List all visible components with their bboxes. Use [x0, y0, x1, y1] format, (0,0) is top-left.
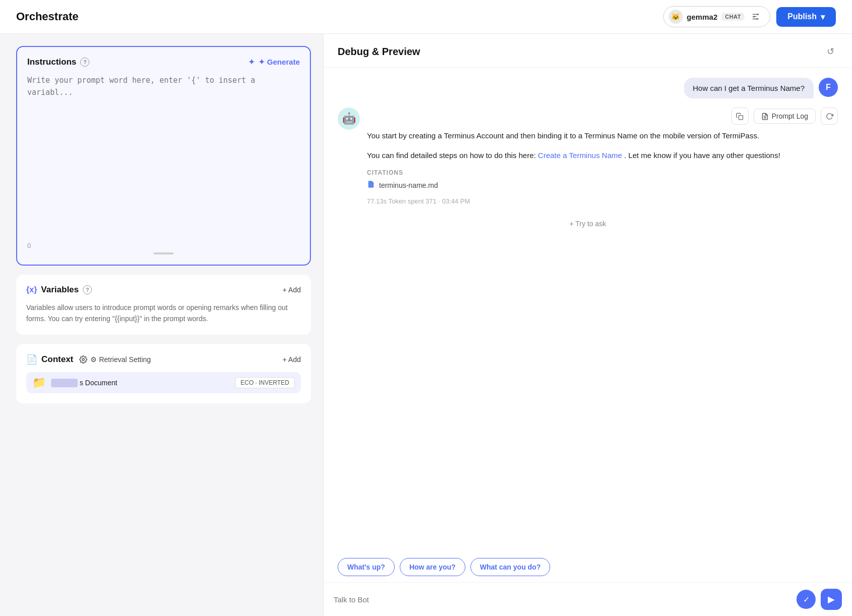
document-folder-icon: 📁 — [32, 376, 46, 389]
publish-button[interactable]: Publish ▾ — [776, 7, 836, 27]
publish-label: Publish — [787, 12, 817, 21]
instructions-card: Instructions ? ✦ ✦ Generate 0 — [16, 46, 311, 266]
context-add-button[interactable]: + Add — [283, 355, 301, 364]
context-header: 📄 Context ⚙ Retrieval Setting + Add — [26, 354, 301, 365]
suggestion-chip-2[interactable]: What can you do? — [470, 558, 551, 576]
context-card: 📄 Context ⚙ Retrieval Setting + Add 📁 — [16, 344, 311, 403]
instructions-header: Instructions ? ✦ ✦ Generate — [27, 57, 300, 67]
message-meta: 77.13s Token spent 371 · 03:44 PM — [367, 197, 838, 205]
variables-help-icon[interactable]: ? — [83, 285, 92, 294]
user-avatar: F — [819, 78, 838, 97]
model-name: gemma2 — [687, 13, 718, 21]
citation-item: terminus-name.md — [367, 180, 838, 190]
variables-title: {x} Variables ? — [26, 285, 92, 295]
svg-rect-7 — [739, 115, 743, 119]
suggestion-chip-1[interactable]: How are you? — [400, 558, 465, 576]
publish-chevron-icon: ▾ — [821, 12, 825, 22]
debug-title: Debug & Preview — [338, 46, 420, 58]
svg-point-4 — [754, 16, 755, 18]
variables-add-button[interactable]: + Add — [283, 286, 301, 294]
document-name: ████ s Document — [51, 379, 230, 387]
citations-label: CITATIONS — [367, 169, 838, 176]
check-button[interactable]: ✓ — [796, 590, 816, 609]
variables-card: {x} Variables ? + Add Variables allow us… — [16, 275, 311, 335]
instructions-title: Instructions ? — [27, 57, 89, 67]
variables-description: Variables allow users to introduce promp… — [26, 302, 301, 325]
regenerate-icon — [826, 113, 833, 120]
model-chat-tag: CHAT — [721, 13, 744, 21]
variables-header: {x} Variables ? + Add — [26, 285, 301, 295]
model-selector[interactable]: 🐱 gemma2 CHAT — [663, 6, 771, 27]
user-message-bubble: How can I get a Terminus Name? — [684, 78, 814, 98]
bot-text-paragraph-2: You can find detailed steps on how to do… — [367, 149, 838, 162]
prompt-log-label: Prompt Log — [772, 112, 808, 120]
try-ask-button[interactable]: + Try to ask — [569, 220, 606, 228]
bot-actions: Prompt Log — [367, 108, 838, 125]
model-settings-icon[interactable] — [749, 10, 763, 24]
right-panel: Debug & Preview ↺ How can I get a Termin… — [323, 34, 852, 616]
citation-filename: terminus-name.md — [379, 181, 438, 189]
svg-point-6 — [82, 358, 84, 361]
document-tag: ECO · INVERTED — [235, 377, 295, 388]
debug-header: Debug & Preview ↺ — [324, 34, 852, 68]
svg-point-5 — [757, 18, 758, 20]
bot-message-row: 🤖 Prompt Log — [338, 108, 838, 205]
citation-file-icon — [367, 180, 375, 190]
prompt-log-button[interactable]: Prompt Log — [754, 109, 816, 124]
bot-content: Prompt Log You start by creating a Termi… — [367, 108, 838, 205]
retrieval-setting-button[interactable]: ⚙ Retrieval Setting — [79, 355, 151, 364]
send-icon: ▶ — [828, 594, 835, 605]
generate-button[interactable]: ✦ ✦ Generate — [248, 58, 300, 67]
prompt-textarea[interactable] — [27, 74, 300, 236]
char-count: 0 — [27, 242, 300, 249]
retrieval-settings-icon — [79, 355, 87, 364]
bot-link[interactable]: Create a Terminus Name — [538, 151, 622, 160]
bot-avatar: 🤖 — [338, 108, 360, 130]
copy-icon-button[interactable] — [731, 108, 749, 125]
check-icon: ✓ — [803, 595, 810, 604]
context-title: 📄 Context — [26, 354, 73, 365]
suggestion-chip-0[interactable]: What's up? — [338, 558, 395, 576]
send-button[interactable]: ▶ — [821, 589, 842, 610]
main-layout: Instructions ? ✦ ✦ Generate 0 {x} Variab… — [0, 34, 852, 616]
instructions-help-icon[interactable]: ? — [80, 58, 89, 67]
left-panel: Instructions ? ✦ ✦ Generate 0 {x} Variab… — [0, 34, 323, 616]
document-name-redacted: ████ — [51, 379, 78, 387]
copy-icon — [736, 113, 743, 120]
variables-icon: {x} — [26, 285, 37, 294]
context-doc-icon: 📄 — [26, 354, 37, 365]
bot-text-paragraph-1: You start by creating a Terminus Account… — [367, 130, 838, 142]
regenerate-icon-button[interactable] — [821, 108, 838, 125]
suggestion-chips-row: What's up? How are you? What can you do? — [324, 556, 852, 582]
app-title: Orchestrate — [16, 10, 79, 23]
prompt-log-icon — [761, 113, 769, 120]
bot-message-text: You start by creating a Terminus Account… — [367, 130, 838, 162]
document-row: 📁 ████ s Document ECO · INVERTED — [26, 372, 301, 393]
header-right: 🐱 gemma2 CHAT Publish ▾ — [663, 6, 836, 27]
refresh-icon[interactable]: ↺ — [823, 44, 838, 59]
user-message-text: How can I get a Terminus Name? — [693, 84, 805, 92]
chat-area: How can I get a Terminus Name? F 🤖 — [324, 68, 852, 556]
try-ask-row: + Try to ask — [338, 214, 838, 231]
chat-input[interactable] — [334, 595, 791, 604]
generate-sparkle-icon: ✦ — [248, 58, 255, 67]
svg-point-3 — [757, 14, 759, 15]
scrollbar-hint — [153, 252, 174, 254]
user-message-row: How can I get a Terminus Name? F — [338, 78, 838, 98]
chat-input-row: ✓ ▶ — [324, 582, 852, 616]
model-avatar-icon: 🐱 — [669, 10, 683, 24]
header: Orchestrate 🐱 gemma2 CHAT Publish ▾ — [0, 0, 852, 34]
